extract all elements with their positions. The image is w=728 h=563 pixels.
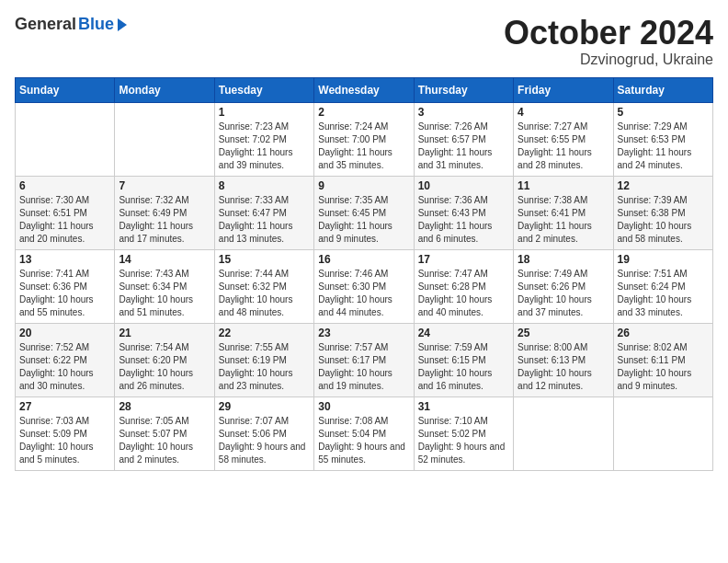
day-number: 15 <box>219 253 310 266</box>
calendar-cell: 7Sunrise: 7:32 AM Sunset: 6:49 PM Daylig… <box>115 176 214 249</box>
day-number: 20 <box>19 327 110 339</box>
calendar-cell <box>115 102 214 176</box>
day-info: Sunrise: 7:51 AM Sunset: 6:24 PM Dayligh… <box>618 268 709 319</box>
day-info: Sunrise: 7:27 AM Sunset: 6:55 PM Dayligh… <box>518 121 609 172</box>
day-info: Sunrise: 7:41 AM Sunset: 6:36 PM Dayligh… <box>19 268 110 319</box>
calendar-cell: 27Sunrise: 7:03 AM Sunset: 5:09 PM Dayli… <box>16 396 115 470</box>
day-info: Sunrise: 7:54 AM Sunset: 6:20 PM Dayligh… <box>119 341 210 393</box>
day-number: 9 <box>318 179 409 192</box>
day-number: 6 <box>19 179 110 192</box>
calendar-cell <box>514 396 613 470</box>
day-info: Sunrise: 7:43 AM Sunset: 6:34 PM Dayligh… <box>119 268 210 319</box>
weekday-header-sunday: Sunday <box>16 77 115 102</box>
day-info: Sunrise: 7:30 AM Sunset: 6:51 PM Dayligh… <box>19 194 110 246</box>
day-number: 27 <box>19 400 110 413</box>
weekday-header-tuesday: Tuesday <box>214 77 313 102</box>
calendar-cell <box>613 396 712 470</box>
day-info: Sunrise: 7:46 AM Sunset: 6:30 PM Dayligh… <box>318 268 409 319</box>
day-number: 14 <box>119 253 210 266</box>
day-info: Sunrise: 7:39 AM Sunset: 6:38 PM Dayligh… <box>618 194 709 246</box>
day-number: 2 <box>318 106 409 119</box>
calendar-cell: 14Sunrise: 7:43 AM Sunset: 6:34 PM Dayli… <box>115 249 214 323</box>
day-number: 10 <box>418 179 509 192</box>
calendar-cell: 24Sunrise: 7:59 AM Sunset: 6:15 PM Dayli… <box>414 323 513 396</box>
day-info: Sunrise: 7:23 AM Sunset: 7:02 PM Dayligh… <box>219 121 310 172</box>
location-title: Dzvinogrud, Ukraine <box>504 52 713 68</box>
calendar-cell: 23Sunrise: 7:57 AM Sunset: 6:17 PM Dayli… <box>314 323 414 396</box>
calendar-cell: 13Sunrise: 7:41 AM Sunset: 6:36 PM Dayli… <box>16 249 115 323</box>
calendar-cell: 2Sunrise: 7:24 AM Sunset: 7:00 PM Daylig… <box>314 102 414 176</box>
day-info: Sunrise: 7:59 AM Sunset: 6:15 PM Dayligh… <box>418 341 509 393</box>
calendar-cell: 16Sunrise: 7:46 AM Sunset: 6:30 PM Dayli… <box>314 249 414 323</box>
calendar-cell: 4Sunrise: 7:27 AM Sunset: 6:55 PM Daylig… <box>514 102 613 176</box>
weekday-header-thursday: Thursday <box>414 77 513 102</box>
day-info: Sunrise: 7:35 AM Sunset: 6:45 PM Dayligh… <box>318 194 409 246</box>
calendar-cell: 11Sunrise: 7:38 AM Sunset: 6:41 PM Dayli… <box>514 176 613 249</box>
day-number: 21 <box>119 327 210 339</box>
calendar-cell: 28Sunrise: 7:05 AM Sunset: 5:07 PM Dayli… <box>115 396 214 470</box>
day-number: 11 <box>518 179 609 192</box>
calendar-cell: 5Sunrise: 7:29 AM Sunset: 6:53 PM Daylig… <box>613 102 712 176</box>
day-number: 24 <box>418 327 509 339</box>
day-number: 16 <box>318 253 409 266</box>
day-number: 29 <box>219 400 310 413</box>
day-number: 13 <box>19 253 110 266</box>
weekday-header-row: SundayMondayTuesdayWednesdayThursdayFrid… <box>16 77 713 102</box>
day-number: 22 <box>219 327 310 339</box>
weekday-header-friday: Friday <box>514 77 613 102</box>
calendar-cell: 18Sunrise: 7:49 AM Sunset: 6:26 PM Dayli… <box>514 249 613 323</box>
calendar-cell: 17Sunrise: 7:47 AM Sunset: 6:28 PM Dayli… <box>414 249 513 323</box>
week-row-3: 13Sunrise: 7:41 AM Sunset: 6:36 PM Dayli… <box>16 249 713 323</box>
day-number: 23 <box>318 327 409 339</box>
calendar-cell: 26Sunrise: 8:02 AM Sunset: 6:11 PM Dayli… <box>613 323 712 396</box>
calendar-cell: 15Sunrise: 7:44 AM Sunset: 6:32 PM Dayli… <box>214 249 313 323</box>
calendar-cell: 3Sunrise: 7:26 AM Sunset: 6:57 PM Daylig… <box>414 102 513 176</box>
day-info: Sunrise: 7:03 AM Sunset: 5:09 PM Dayligh… <box>19 415 110 466</box>
day-info: Sunrise: 7:08 AM Sunset: 5:04 PM Dayligh… <box>318 415 409 466</box>
day-info: Sunrise: 7:47 AM Sunset: 6:28 PM Dayligh… <box>418 268 509 319</box>
day-info: Sunrise: 7:52 AM Sunset: 6:22 PM Dayligh… <box>19 341 110 393</box>
day-number: 19 <box>618 253 709 266</box>
day-number: 12 <box>618 179 709 192</box>
day-number: 17 <box>418 253 509 266</box>
day-number: 26 <box>618 327 709 339</box>
calendar-cell: 30Sunrise: 7:08 AM Sunset: 5:04 PM Dayli… <box>314 396 414 470</box>
title-section: October 2024 Dzvinogrud, Ukraine <box>504 15 713 68</box>
week-row-5: 27Sunrise: 7:03 AM Sunset: 5:09 PM Dayli… <box>16 396 713 470</box>
calendar-cell: 20Sunrise: 7:52 AM Sunset: 6:22 PM Dayli… <box>16 323 115 396</box>
calendar-cell: 1Sunrise: 7:23 AM Sunset: 7:02 PM Daylig… <box>214 102 313 176</box>
calendar-table: SundayMondayTuesdayWednesdayThursdayFrid… <box>15 77 713 471</box>
week-row-2: 6Sunrise: 7:30 AM Sunset: 6:51 PM Daylig… <box>16 176 713 249</box>
day-info: Sunrise: 7:07 AM Sunset: 5:06 PM Dayligh… <box>219 415 310 466</box>
weekday-header-monday: Monday <box>115 77 214 102</box>
calendar-cell: 12Sunrise: 7:39 AM Sunset: 6:38 PM Dayli… <box>613 176 712 249</box>
day-number: 30 <box>318 400 409 413</box>
day-number: 1 <box>219 106 310 119</box>
day-info: Sunrise: 7:38 AM Sunset: 6:41 PM Dayligh… <box>518 194 609 246</box>
day-info: Sunrise: 7:33 AM Sunset: 6:47 PM Dayligh… <box>219 194 310 246</box>
day-number: 25 <box>518 327 609 339</box>
day-number: 5 <box>618 106 709 119</box>
day-info: Sunrise: 8:02 AM Sunset: 6:11 PM Dayligh… <box>618 341 709 393</box>
day-info: Sunrise: 7:24 AM Sunset: 7:00 PM Dayligh… <box>318 121 409 172</box>
day-number: 31 <box>418 400 509 413</box>
calendar-cell: 22Sunrise: 7:55 AM Sunset: 6:19 PM Dayli… <box>214 323 313 396</box>
logo-blue-text: Blue <box>78 15 114 34</box>
logo-general-text: General <box>15 15 76 34</box>
day-info: Sunrise: 7:36 AM Sunset: 6:43 PM Dayligh… <box>418 194 509 246</box>
calendar-cell <box>16 102 115 176</box>
weekday-header-wednesday: Wednesday <box>314 77 414 102</box>
calendar-cell: 19Sunrise: 7:51 AM Sunset: 6:24 PM Dayli… <box>613 249 712 323</box>
day-info: Sunrise: 7:29 AM Sunset: 6:53 PM Dayligh… <box>618 121 709 172</box>
day-info: Sunrise: 7:57 AM Sunset: 6:17 PM Dayligh… <box>318 341 409 393</box>
calendar-cell: 31Sunrise: 7:10 AM Sunset: 5:02 PM Dayli… <box>414 396 513 470</box>
day-info: Sunrise: 7:32 AM Sunset: 6:49 PM Dayligh… <box>119 194 210 246</box>
calendar-cell: 29Sunrise: 7:07 AM Sunset: 5:06 PM Dayli… <box>214 396 313 470</box>
day-number: 3 <box>418 106 509 119</box>
day-info: Sunrise: 7:26 AM Sunset: 6:57 PM Dayligh… <box>418 121 509 172</box>
calendar-cell: 25Sunrise: 8:00 AM Sunset: 6:13 PM Dayli… <box>514 323 613 396</box>
day-number: 18 <box>518 253 609 266</box>
calendar-cell: 8Sunrise: 7:33 AM Sunset: 6:47 PM Daylig… <box>214 176 313 249</box>
day-info: Sunrise: 7:44 AM Sunset: 6:32 PM Dayligh… <box>219 268 310 319</box>
weekday-header-saturday: Saturday <box>613 77 712 102</box>
